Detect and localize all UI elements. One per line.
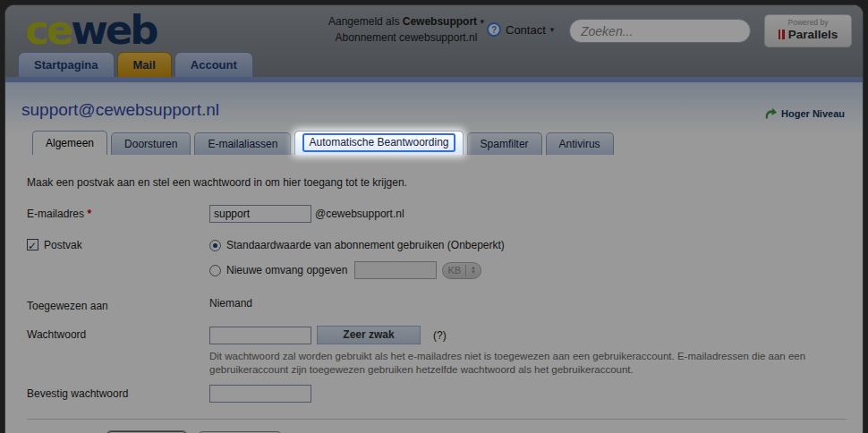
password-strength-indicator[interactable]: Zeer zwak [317,326,421,344]
main-tab-bar: Startpagina Mail Account [18,52,253,77]
radio-selected-icon[interactable] [209,240,221,251]
search-box [569,19,751,43]
subtab-emailaliassen[interactable]: E-mailaliassen [194,132,291,155]
password-label: Wachtwoord [27,326,209,344]
radio-default-quota[interactable]: Standaardwaarde van abonnement gebruiken… [209,236,505,254]
mailbox-label-cell: ✓Postvak [27,236,209,254]
highlight-outline: Automatische Beantwoording [302,133,455,152]
mailbox-label: Postvak [44,239,82,251]
radio-custom-label: Nieuwe omvang opgeven [226,261,347,279]
app-panel: ceweb Aangemeld als Cewebsupport ▾ Abonn… [5,5,863,433]
subtab-algemeen[interactable]: Algemeen [32,131,107,155]
contact-menu[interactable]: ? Contact ▾ [487,22,554,37]
subtab-antivirus[interactable]: Antivirus [546,132,614,155]
content-area: support@cewebsupport.nl Hoger Niveau Alg… [5,82,863,433]
assigned-label: Toegewezen aan [27,297,209,315]
form-divider [27,419,847,420]
logo-part-web: web [71,6,156,54]
tab-startpagina[interactable]: Startpagina [18,52,115,77]
subtab-spamfilter[interactable]: Spamfilter [467,132,542,155]
search-input[interactable] [581,24,744,38]
logo-part-ce: ce [25,6,71,54]
password-help-link[interactable]: (?) [433,329,447,342]
mailbox-form: Maak een postvak aan en stel een wachtwo… [5,176,863,433]
contact-label: Contact [506,23,546,37]
ceweb-logo: ceweb [25,5,157,55]
email-domain-label: @cewebsupport.nl [315,208,404,220]
subtab-doorsturen[interactable]: Doorsturen [111,132,191,155]
chevron-down-icon: ▾ [480,17,484,26]
up-level-link[interactable]: Hoger Niveau [763,107,845,120]
custom-size-field [354,261,437,279]
check-icon: ✓ [28,237,37,255]
radio-unselected-icon[interactable] [209,265,221,276]
radio-default-label: Standaardwaarde van abonnement gebruiken… [226,236,505,254]
stepper-arrows-icon: ▲▼ [471,266,476,275]
help-question-icon: ? [487,22,501,37]
subtab-automatische-beantwoording[interactable]: Automatische Beantwoording [294,131,463,155]
page-title: support@cewebsupport.nl [21,100,219,120]
assigned-value: Niemand [209,297,252,310]
form-intro-text: Maak een postvak aan en stel een wachtwo… [27,176,863,189]
subtab-bar: Algemeen Doorsturen E-mailaliassen Autom… [32,131,863,155]
parallels-bars-icon [779,30,785,39]
parallels-badge[interactable]: Powered by Parallels [764,14,852,47]
parallels-label: Parallels [788,27,838,42]
required-asterisk: * [87,208,91,220]
up-level-icon [763,107,777,120]
confirm-password-field[interactable] [209,385,311,403]
confirm-password-label: Bevestig wachtwoord [27,385,209,403]
tab-mail[interactable]: Mail [117,52,172,77]
chevron-down-icon: ▾ [550,25,555,34]
subscription-label: Abonnement cewebsupport.nl [326,30,487,46]
size-unit-stepper: KB ▲▼ [442,262,481,279]
header: ceweb Aangemeld als Cewebsupport ▾ Abonn… [5,5,863,77]
password-note: Dit wachtwoord zal worden gebruikt als h… [209,350,841,377]
powered-by-label: Powered by [765,18,851,27]
up-level-label: Hoger Niveau [781,108,845,119]
logged-in-as[interactable]: Aangemeld als Cewebsupport ▾ [326,13,487,30]
login-info: Aangemeld als Cewebsupport ▾ Abonnement … [326,13,487,46]
radio-custom-quota[interactable]: Nieuwe omvang opgeven KB ▲▼ [209,261,505,279]
tab-account[interactable]: Account [174,52,253,77]
email-label: E-mailadres * [27,205,209,223]
size-unit-label: KB [447,261,461,279]
logged-in-user[interactable]: Cewebsupport [403,15,477,28]
password-field[interactable] [209,327,311,344]
logged-in-prefix: Aangemeld als [328,15,399,28]
email-local-part-field[interactable] [209,205,311,223]
search-icon[interactable] [744,22,745,40]
mailbox-checkbox[interactable]: ✓ [27,239,38,250]
